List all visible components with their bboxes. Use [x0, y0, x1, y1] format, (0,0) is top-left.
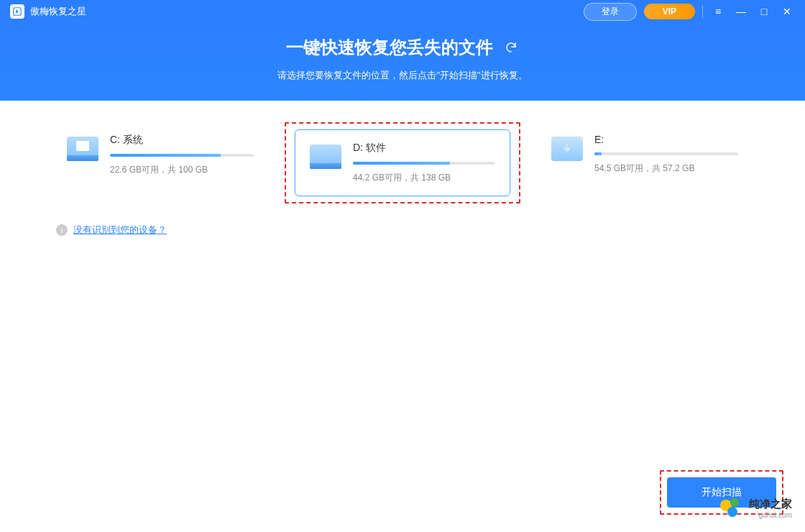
page-subtitle: 请选择您要恢复文件的位置，然后点击"开始扫描"进行恢复。: [0, 69, 805, 82]
close-icon[interactable]: ✕: [779, 4, 795, 19]
drive-item[interactable]: D: 软件 44.2 GB可用，共 138 GB: [295, 129, 510, 196]
usage-bar: [594, 152, 738, 155]
usage-bar: [110, 154, 254, 157]
drive-stats: 22.6 GB可用，共 100 GB: [110, 164, 254, 176]
vip-button[interactable]: VIP: [644, 4, 695, 19]
drive-item[interactable]: E: 54.5 GB可用，共 57.2 GB: [537, 122, 753, 203]
separator: [702, 5, 703, 18]
drive-icon: [67, 137, 98, 161]
drive-stats: 44.2 GB可用，共 138 GB: [353, 172, 495, 184]
maximize-icon[interactable]: □: [756, 4, 772, 19]
app-logo: [10, 4, 24, 19]
drive-icon: [551, 137, 583, 161]
app-name: 傲梅恢复之星: [30, 5, 86, 18]
drive-stats: 54.5 GB可用，共 57.2 GB: [594, 162, 738, 175]
drive-item[interactable]: C: 系统 22.6 GB可用，共 100 GB: [52, 122, 268, 203]
drive-icon: [310, 145, 341, 169]
minimize-icon[interactable]: —: [733, 4, 749, 19]
refresh-icon[interactable]: [503, 40, 519, 55]
menu-icon[interactable]: ≡: [710, 4, 726, 19]
drive-name: D: 软件: [353, 142, 495, 155]
drive-name: E:: [594, 134, 738, 145]
drive-name: C: 系统: [110, 134, 254, 147]
help-link[interactable]: 没有识别到您的设备？: [73, 224, 167, 237]
watermark: 纯净之家 gdhst.com: [720, 497, 792, 519]
info-icon: i: [56, 224, 68, 236]
login-button[interactable]: 登录: [584, 3, 637, 21]
page-title: 一键快速恢复您丢失的文件: [286, 36, 493, 59]
usage-bar: [353, 162, 495, 165]
